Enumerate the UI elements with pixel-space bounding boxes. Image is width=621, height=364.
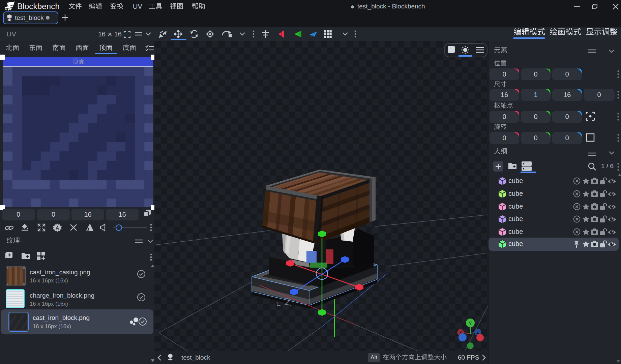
svg-text:Y: Y [469, 320, 472, 326]
svg-text:A: A [56, 225, 59, 231]
svg-text:Z: Z [476, 330, 479, 335]
